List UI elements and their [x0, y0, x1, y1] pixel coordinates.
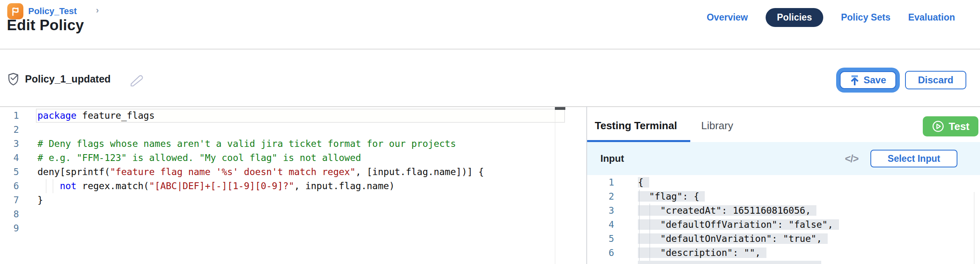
code-line-text[interactable]: not regex.match("[ABC|DEF]+[-][1-9][0-9]… [19, 179, 394, 193]
input-label: Input [600, 153, 624, 164]
tab-library[interactable]: Library [701, 120, 733, 132]
code-line-text[interactable]: deny[sprintf("feature flag name '%s' doe… [19, 165, 484, 179]
line-number: 4 [587, 218, 614, 232]
line-number: 6 [0, 179, 19, 193]
nav-tab-policies[interactable]: Policies [766, 8, 823, 27]
code-line-text[interactable]: package feature_flags [19, 109, 155, 123]
select-input-button[interactable]: Select Input [870, 150, 957, 167]
json-editor-ruler[interactable] [974, 192, 974, 264]
edit-policy-page: Policy_Test › Edit Policy Overview Polic… [0, 0, 980, 264]
input-section-header: Input </> Select Input [587, 142, 980, 175]
line-number: 1 [587, 175, 614, 190]
policy-code-editor[interactable]: 1package feature_flags23# Deny flags who… [0, 109, 565, 235]
json-line-text[interactable]: "createdAt": 1651160816056, [614, 204, 816, 218]
editor-scroll-cursor-marker [555, 107, 565, 110]
json-line-text[interactable]: "description": "", [614, 246, 766, 260]
json-line[interactable]: 3 "createdAt": 1651160816056, [587, 204, 980, 218]
save-label: Save [864, 74, 886, 86]
line-number: 3 [587, 204, 614, 218]
code-line[interactable]: 8 [0, 207, 565, 221]
test-label: Test [949, 120, 970, 133]
indent-guide [53, 179, 53, 193]
code-line-text[interactable]: } [19, 193, 43, 207]
nav-tab-policy-sets[interactable]: Policy Sets [841, 12, 891, 23]
page-title: Edit Policy [7, 17, 84, 34]
code-line-text[interactable] [19, 207, 37, 221]
header-divider [0, 49, 980, 50]
shield-check-icon [7, 72, 19, 88]
input-json-editor[interactable]: 1{2 "flag": {3 "createdAt": 165116081605… [587, 175, 980, 260]
json-line[interactable]: 1{ [587, 175, 980, 190]
pencil-icon[interactable] [130, 74, 143, 89]
tab-testing-terminal[interactable]: Testing Terminal [595, 120, 677, 132]
indent-guide [46, 179, 46, 193]
nav-tab-evaluation[interactable]: Evaluation [908, 12, 955, 23]
code-line[interactable]: 4# e.g. "FFM-123" is allowed. "My cool f… [0, 151, 565, 165]
line-number: 6 [587, 246, 614, 260]
line-number: 3 [0, 137, 19, 151]
json-indent-guide [650, 204, 650, 264]
editor-overview-ruler[interactable] [555, 107, 555, 264]
line-number: 4 [0, 151, 19, 165]
code-line[interactable]: 1package feature_flags [0, 109, 565, 123]
json-line[interactable]: 4 "defaultOffVariation": "false", [587, 218, 980, 232]
json-line[interactable]: 2 "flag": { [587, 190, 980, 204]
json-line-text[interactable]: "defaultOnVariation": "true", [614, 232, 828, 246]
line-number: 8 [0, 207, 19, 221]
code-line-text[interactable]: # e.g. "FFM-123" is allowed. "My cool fl… [19, 151, 361, 165]
code-line[interactable]: 9 [0, 221, 565, 235]
line-number: 1 [0, 109, 19, 123]
json-line-text[interactable]: "flag": { [614, 190, 705, 204]
line-number: 7 [0, 193, 19, 207]
code-line-text[interactable]: # Deny flags whose names aren't a valid … [19, 137, 456, 151]
flag-glyph-icon [10, 6, 21, 16]
json-line[interactable]: 5 "defaultOnVariation": "true", [587, 232, 980, 246]
chevron-right-icon: › [96, 5, 99, 16]
nav-tab-overview[interactable]: Overview [707, 12, 748, 23]
json-line-text[interactable]: { [614, 175, 649, 190]
test-button[interactable]: Test [923, 116, 978, 136]
module-nav: Overview Policies Policy Sets Evaluation [707, 8, 955, 27]
json-line[interactable]: 6 "description": "", [587, 246, 980, 260]
code-line[interactable]: 2 [0, 123, 565, 137]
policy-name: Policy_1_updated [25, 73, 111, 85]
code-brackets-icon[interactable]: </> [845, 153, 858, 165]
workspace-top-border [0, 106, 980, 107]
line-number: 5 [0, 165, 19, 179]
json-selection-next-line [638, 261, 821, 264]
code-line-text[interactable] [19, 123, 37, 137]
breadcrumb-policy-link[interactable]: Policy_Test [28, 6, 77, 16]
line-number: 9 [0, 221, 19, 235]
code-line[interactable]: 7} [0, 193, 565, 207]
code-line-text[interactable] [19, 221, 37, 235]
line-number: 2 [587, 190, 614, 204]
code-line[interactable]: 3# Deny flags whose names aren't a valid… [0, 137, 565, 151]
play-circle-icon [932, 120, 945, 133]
code-line[interactable]: 5deny[sprintf("feature flag name '%s' do… [0, 165, 565, 179]
line-number: 5 [587, 232, 614, 246]
json-line-text[interactable]: "defaultOffVariation": "false", [614, 218, 839, 232]
save-button[interactable]: Save [840, 71, 896, 89]
json-indent-guide [639, 190, 639, 264]
code-line[interactable]: 6 not regex.match("[ABC|DEF]+[-][1-9][0-… [0, 179, 565, 193]
line-number: 2 [0, 123, 19, 137]
discard-button[interactable]: Discard [905, 71, 966, 89]
upload-arrow-icon [850, 75, 860, 86]
